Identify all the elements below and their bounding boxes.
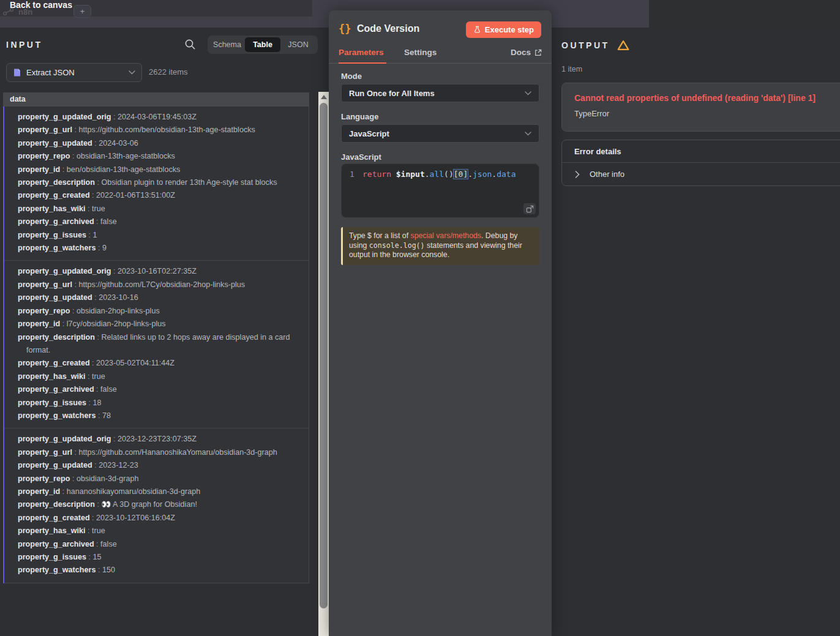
table-row[interactable]: property_id : l7cy/obsidian-2hop-links-p…	[10, 318, 302, 331]
line-number: 1	[342, 170, 362, 179]
table-row[interactable]: property_g_issues : 15	[10, 551, 302, 564]
view-tab-json[interactable]: JSON	[280, 37, 316, 52]
app-window: n8n Back to canvas + INPUT Schema Table …	[0, 0, 840, 636]
chevron-down-icon	[525, 91, 531, 95]
input-items-count: 2622 items	[149, 67, 188, 77]
table-row[interactable]: property_g_updated : 2024-03-06	[10, 137, 302, 150]
mode-select[interactable]: Run Once for All Items	[341, 84, 539, 102]
code-hint: Type $ for a list of special vars/method…	[341, 227, 539, 265]
error-message: Cannot read properties of undefined (rea…	[574, 93, 836, 103]
table-row[interactable]: property_g_created : 2022-01-06T13:51:00…	[10, 189, 302, 202]
output-panel-title: OUTPUT	[561, 40, 610, 50]
table-row[interactable]: property_g_updated_orig : 2023-12-23T23:…	[10, 433, 302, 446]
table-row[interactable]: property_repo : obsidian-13th-age-statbl…	[10, 150, 302, 163]
tab-parameters[interactable]: Parameters	[339, 48, 384, 57]
view-toggle: Schema Table JSON	[208, 36, 318, 54]
code-token: .	[425, 170, 430, 179]
code-token: return	[362, 170, 391, 179]
table-row[interactable]: property_g_url : https://github.com/ben/…	[10, 124, 302, 137]
view-tab-table[interactable]: Table	[245, 37, 280, 52]
other-info-row[interactable]: Other info	[562, 163, 840, 185]
tab-settings[interactable]: Settings	[404, 48, 437, 57]
back-to-canvas-button[interactable]: Back to canvas	[10, 0, 72, 10]
table-column-header[interactable]: data	[3, 92, 309, 107]
execute-step-button[interactable]: Execute step	[466, 21, 541, 38]
language-value: JavaScript	[349, 129, 525, 138]
code-token: data	[497, 170, 516, 179]
mode-value: Run Once for All Items	[349, 89, 525, 98]
table-row[interactable]: property_repo : obsidian-3d-graph	[10, 473, 302, 485]
table-row[interactable]: property_repo : obsidian-2hop-links-plus	[10, 305, 302, 318]
code-token	[391, 170, 396, 179]
table-row[interactable]: property_g_watchers : 78	[10, 410, 302, 422]
code-token: .	[468, 170, 473, 179]
view-tab-schema[interactable]: Schema	[209, 37, 245, 52]
scroll-up-arrow-icon[interactable]	[321, 95, 327, 99]
table-row[interactable]: property_description : 👀 A 3D graph for …	[10, 498, 302, 511]
data-table: data property_g_updated_orig : 2024-03-0…	[3, 92, 309, 583]
input-source-label: Extract JSON	[26, 68, 124, 77]
table-row[interactable]: property_g_archived : false	[10, 538, 302, 551]
warning-icon	[617, 40, 629, 51]
table-row[interactable]: property_g_url : https://github.com/L7Cy…	[10, 279, 302, 291]
table-row[interactable]: property_g_archived : false	[10, 383, 302, 396]
language-label: Language	[341, 112, 378, 121]
external-link-icon	[534, 49, 542, 56]
active-tab-underline	[339, 62, 386, 64]
table-row[interactable]: property_description : Obsidian plugin t…	[10, 176, 302, 189]
table-row[interactable]: property_has_wiki : true	[10, 525, 302, 537]
table-row[interactable]: property_g_updated_orig : 2023-10-16T02:…	[10, 265, 302, 278]
table-body: property_g_updated_orig : 2024-03-06T19:…	[3, 107, 309, 583]
other-info-label: Other info	[590, 170, 624, 179]
code-token: .	[492, 170, 497, 179]
code-node-panel: {} Code Version Execute step Parameters …	[329, 10, 552, 636]
table-row[interactable]: property_g_updated : 2023-10-16	[10, 291, 302, 304]
table-record: property_g_updated_orig : 2024-03-06T19:…	[4, 107, 309, 261]
execute-step-label: Execute step	[485, 25, 534, 34]
code-editor[interactable]: 1 return $input.all()[0].json.data	[341, 163, 539, 218]
hint-text: Type $ for a list of	[349, 231, 410, 240]
table-row[interactable]: property_has_wiki : true	[10, 203, 302, 215]
table-row[interactable]: property_g_watchers : 150	[10, 564, 302, 577]
table-row[interactable]: property_g_issues : 1	[10, 229, 302, 242]
input-scrollbar[interactable]	[318, 92, 329, 636]
hint-code: console.log()	[369, 241, 425, 250]
error-details-title: Error details	[562, 140, 840, 163]
expand-editor-button[interactable]	[523, 203, 536, 214]
node-title: Code Version	[357, 23, 419, 34]
output-items-count: 1 item	[561, 65, 582, 73]
table-row[interactable]: property_g_updated : 2023-12-23	[10, 459, 302, 472]
output-panel: OUTPUT 1 item Cannot read properties of …	[552, 28, 840, 636]
code-line: return $input.all()[0].json.data	[362, 170, 516, 179]
chevron-down-icon	[129, 70, 135, 75]
input-panel-title: INPUT	[6, 40, 43, 50]
new-tab-button[interactable]: +	[73, 5, 91, 18]
table-row[interactable]: property_has_wiki : true	[10, 370, 302, 383]
table-row[interactable]: property_g_issues : 18	[10, 397, 302, 410]
search-icon[interactable]	[184, 39, 197, 51]
table-row[interactable]: property_g_created : 2023-10-12T06:16:04…	[10, 512, 302, 525]
special-vars-link[interactable]: special vars/methods	[410, 231, 481, 240]
input-panel: INPUT Schema Table JSON Extract JSON 262…	[0, 28, 329, 636]
table-row[interactable]: property_g_archived : false	[10, 215, 302, 228]
table-record: property_g_updated_orig : 2023-10-16T02:…	[4, 261, 309, 428]
code-token: $input	[396, 170, 425, 179]
code-editor-label: JavaScript	[341, 152, 381, 162]
table-row[interactable]: property_description : Related links up …	[10, 331, 302, 357]
docs-link[interactable]: Docs	[511, 48, 542, 57]
table-row[interactable]: property_id : hananoshikayomaru/obsidian…	[10, 485, 302, 498]
docs-label: Docs	[511, 48, 531, 57]
chevron-down-icon	[525, 132, 531, 136]
input-source-select[interactable]: Extract JSON	[6, 63, 142, 82]
table-row[interactable]: property_g_url : https://github.com/Hana…	[10, 446, 302, 459]
flask-icon	[473, 25, 481, 34]
language-select[interactable]: JavaScript	[341, 124, 539, 143]
table-row[interactable]: property_id : ben/obsidian-13th-age-stat…	[10, 163, 302, 176]
code-token: json	[473, 170, 492, 179]
table-row[interactable]: property_g_updated_orig : 2024-03-06T19:…	[10, 111, 302, 124]
code-node-icon: {}	[339, 23, 351, 35]
scrollbar-thumb[interactable]	[320, 103, 328, 608]
table-row[interactable]: property_g_watchers : 9	[10, 242, 302, 255]
table-row[interactable]: property_g_created : 2023-05-02T04:11:44…	[10, 357, 302, 370]
error-card: Cannot read properties of undefined (rea…	[561, 83, 840, 132]
